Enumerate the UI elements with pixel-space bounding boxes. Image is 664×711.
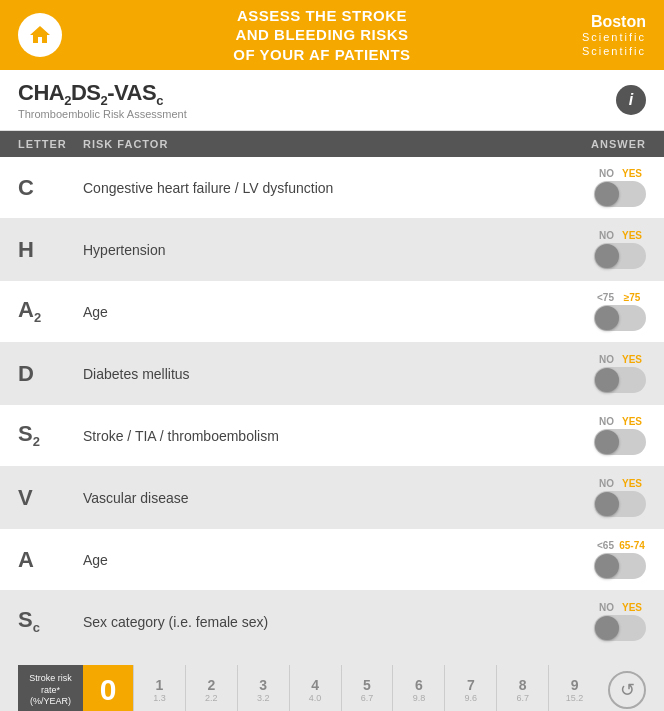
toggle-switch[interactable] <box>594 615 646 641</box>
answer-label-left: <75 <box>597 292 614 303</box>
toggle-switch[interactable] <box>594 243 646 269</box>
current-score: 0 <box>83 665 133 711</box>
answer-label-right: YES <box>618 354 646 365</box>
score-rate: 9.8 <box>413 693 426 703</box>
risk-rows: CCongestive heart failure / LV dysfuncti… <box>0 157 664 653</box>
answer-cell: NOYES <box>551 168 646 207</box>
toggle-switch[interactable] <box>594 305 646 331</box>
answer-label-right: YES <box>618 478 646 489</box>
risk-row: CCongestive heart failure / LV dysfuncti… <box>0 157 664 219</box>
col-header-risk: RISK FACTOR <box>83 138 551 150</box>
score-rate: 3.2 <box>257 693 270 703</box>
score-rate: 4.0 <box>309 693 322 703</box>
toggle-switch[interactable] <box>594 491 646 517</box>
answer-labels: NOYES <box>556 478 646 489</box>
home-button[interactable] <box>18 13 62 57</box>
toggle-knob <box>595 182 619 206</box>
score-col: 56.7 <box>341 665 393 711</box>
risk-factor-label: Sex category (i.e. female sex) <box>83 613 551 631</box>
risk-factor-label: Stroke / TIA / thromboembolism <box>83 427 551 445</box>
answer-label-left: NO <box>599 478 614 489</box>
row-letter: D <box>18 363 34 385</box>
letter-cell: A2 <box>18 299 83 324</box>
score-number: 2 <box>207 677 215 693</box>
toggle-wrap <box>556 429 646 455</box>
refresh-button[interactable]: ↺ <box>608 671 646 709</box>
answer-cell: NOYES <box>551 230 646 269</box>
answer-label-left: NO <box>599 168 614 179</box>
score-grid: 11.322.233.244.056.769.879.686.7915.2 <box>133 665 600 711</box>
toggle-switch[interactable] <box>594 181 646 207</box>
letter-cell: Sc <box>18 609 83 634</box>
answer-labels: NOYES <box>556 354 646 365</box>
toggle-wrap <box>556 615 646 641</box>
answer-label-right: YES <box>618 168 646 179</box>
risk-row: ScSex category (i.e. female sex)NOYES <box>0 591 664 653</box>
risk-row: DDiabetes mellitusNOYES <box>0 343 664 405</box>
toggle-wrap <box>556 553 646 579</box>
answer-cell: NOYES <box>551 602 646 641</box>
answer-labels: <6565-74 <box>556 540 646 551</box>
row-letter: Sc <box>18 609 40 634</box>
score-col: 22.2 <box>185 665 237 711</box>
page-title: CHA2DS2-VASc <box>18 80 187 108</box>
toggle-knob <box>595 306 619 330</box>
risk-factor-label: Age <box>83 551 551 569</box>
letter-cell: S2 <box>18 423 83 448</box>
toggle-wrap <box>556 491 646 517</box>
answer-cell: <75≥75 <box>551 292 646 331</box>
toggle-switch[interactable] <box>594 553 646 579</box>
answer-label-right: YES <box>618 416 646 427</box>
toggle-switch[interactable] <box>594 429 646 455</box>
answer-cell: <6565-74 <box>551 540 646 579</box>
answer-label-left: NO <box>599 416 614 427</box>
col-header-letter: LETTER <box>18 138 83 150</box>
brand-logo: Boston Scientific Scientific <box>582 12 646 58</box>
score-number: 1 <box>156 677 164 693</box>
toggle-switch[interactable] <box>594 367 646 393</box>
answer-label-right: YES <box>618 230 646 241</box>
score-number: 4 <box>311 677 319 693</box>
risk-row: S2Stroke / TIA / thromboembolismNOYES <box>0 405 664 467</box>
score-number: 8 <box>519 677 527 693</box>
risk-factor-label: Hypertension <box>83 241 551 259</box>
answer-cell: NOYES <box>551 478 646 517</box>
title-text: CHA2DS2-VASc Thromboembolic Risk Assessm… <box>18 80 187 120</box>
answer-labels: NOYES <box>556 602 646 613</box>
row-letter: A2 <box>18 299 41 324</box>
answer-label-right: YES <box>618 602 646 613</box>
risk-row: VVascular diseaseNOYES <box>0 467 664 529</box>
score-number: 7 <box>467 677 475 693</box>
answer-labels: <75≥75 <box>556 292 646 303</box>
score-rate: 2.2 <box>205 693 218 703</box>
answer-labels: NOYES <box>556 168 646 179</box>
answer-label-left: NO <box>599 230 614 241</box>
answer-labels: NOYES <box>556 416 646 427</box>
score-rate: 15.2 <box>566 693 584 703</box>
score-number: 5 <box>363 677 371 693</box>
info-button[interactable]: i <box>616 85 646 115</box>
toggle-knob <box>595 368 619 392</box>
toggle-knob <box>595 492 619 516</box>
score-col: 915.2 <box>548 665 600 711</box>
toggle-wrap <box>556 367 646 393</box>
risk-factor-label: Congestive heart failure / LV dysfunctio… <box>83 179 551 197</box>
header: ASSESS THE STROKE AND BLEEDING RISKS OF … <box>0 0 664 70</box>
title-bar: CHA2DS2-VASc Thromboembolic Risk Assessm… <box>0 70 664 131</box>
answer-labels: NOYES <box>556 230 646 241</box>
answer-label-left: <65 <box>597 540 614 551</box>
answer-label-right: ≥75 <box>618 292 646 303</box>
answer-cell: NOYES <box>551 416 646 455</box>
score-col: 86.7 <box>496 665 548 711</box>
toggle-wrap <box>556 181 646 207</box>
row-letter: S2 <box>18 423 40 448</box>
row-letter: C <box>18 177 34 199</box>
refresh-icon: ↺ <box>620 679 635 701</box>
toggle-knob <box>595 554 619 578</box>
risk-row: AAge<6565-74 <box>0 529 664 591</box>
score-col: 69.8 <box>392 665 444 711</box>
bottom-bar: Stroke riskrate*(%/YEAR) 0 11.322.233.24… <box>0 653 664 711</box>
toggle-wrap <box>556 305 646 331</box>
col-header-answer: ANSWER <box>551 138 646 150</box>
page-subtitle: Thromboembolic Risk Assessment <box>18 108 187 120</box>
